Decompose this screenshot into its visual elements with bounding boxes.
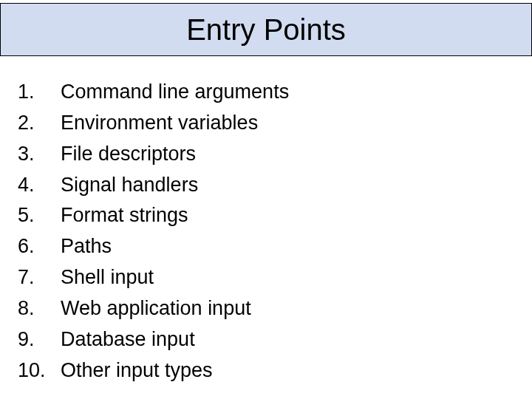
list-item: 5. Format strings [18,200,514,231]
list-number: 4. [18,170,61,201]
list-number: 9. [18,324,61,355]
list-item: 6. Paths [18,231,514,262]
list-number: 7. [18,262,61,293]
list-label: Shell input [61,262,514,293]
list-label: Format strings [61,200,514,231]
page-title: Entry Points [186,13,346,47]
list-item: 2. Environment variables [18,108,514,139]
entry-points-list: 1. Command line arguments 2. Environment… [0,56,532,399]
list-number: 1. [18,77,61,108]
list-item: 9. Database input [18,324,514,355]
list-item: 3. File descriptors [18,139,514,170]
title-bar: Entry Points [0,3,532,56]
list-item: 8. Web application input [18,293,514,324]
list-number: 5. [18,200,61,231]
list-number: 8. [18,293,61,324]
list-label: Web application input [61,293,514,324]
list-label: File descriptors [61,139,514,170]
list-label: Command line arguments [61,77,514,108]
list-number: 3. [18,139,61,170]
list-label: Environment variables [61,108,514,139]
list-number: 10. [18,355,61,386]
list-item: 10. Other input types [18,355,514,386]
list-label: Paths [61,231,514,262]
list-number: 6. [18,231,61,262]
list-item: 1. Command line arguments [18,77,514,108]
list-label: Other input types [61,355,514,386]
list-item: 4. Signal handlers [18,170,514,201]
list-number: 2. [18,108,61,139]
list-label: Database input [61,324,514,355]
list-label: Signal handlers [61,170,514,201]
list-item: 7. Shell input [18,262,514,293]
